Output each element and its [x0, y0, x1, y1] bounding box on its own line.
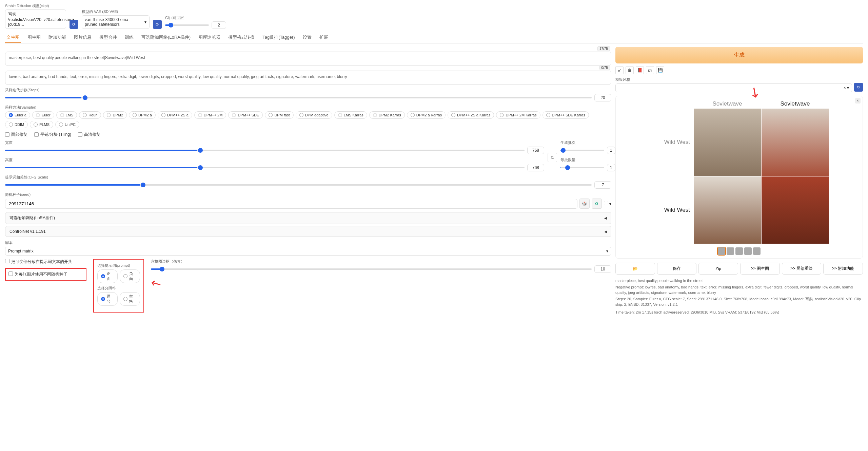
batch-size-label: 每批数量 [560, 157, 611, 163]
output-image-0-0[interactable] [694, 109, 761, 176]
sampler-dpm-2m[interactable]: DPM++ 2M [194, 111, 226, 119]
height-value[interactable]: 768 [527, 164, 544, 171]
sampler-dpm-2s-a[interactable]: DPM++ 2S a [158, 111, 192, 119]
sampler-dpm-sde-karras[interactable]: DPM++ SDE Karras [542, 111, 589, 119]
book-tool-icon[interactable]: 📕 [636, 66, 644, 74]
prompt-positive-radio[interactable]: 正面 [97, 269, 118, 283]
grid-row-0: Wild West [649, 139, 693, 146]
sampler-ddim[interactable]: DDIM [5, 121, 28, 128]
tab-browser[interactable]: 图库浏览器 [197, 32, 222, 43]
height-slider[interactable] [5, 167, 525, 168]
batch-count-value[interactable]: 1 [607, 147, 615, 154]
matrix-opt1-check[interactable]: 把可变部分放在提示词文本的开头 [5, 259, 86, 265]
steps-value[interactable]: 20 [594, 94, 611, 101]
trash-tool-icon[interactable]: 🗑 [626, 66, 634, 74]
refresh-vae-icon[interactable]: ⟳ [153, 20, 162, 29]
sampler-euler[interactable]: Euler [32, 111, 54, 119]
sampler-dpm-2s-a-karras[interactable]: DPM++ 2S a Karras [448, 111, 494, 119]
sampler-dpm2-karras[interactable]: DPM2 Karras [369, 111, 405, 119]
output-image-0-1[interactable] [762, 109, 829, 176]
sampler-dpm-fast[interactable]: DPM fast [265, 111, 293, 119]
margin-slider[interactable] [151, 268, 592, 270]
tab-pnginfo[interactable]: 图片信息 [73, 32, 93, 43]
output-image-1-0[interactable] [694, 176, 761, 244]
save-button[interactable]: 保存 [657, 263, 697, 275]
width-value[interactable]: 768 [527, 147, 544, 154]
lora-accordion[interactable]: 可选附加网络(LoRA插件)◀ [5, 212, 611, 224]
inpaint-button[interactable]: >> 局部重绘 [782, 263, 822, 275]
sampler-dpm-adaptive[interactable]: DPM adaptive [296, 111, 332, 119]
tab-img2img[interactable]: 图生图 [26, 32, 42, 43]
prompt-positive[interactable]: masterpiece, best quality,people walking… [5, 52, 611, 66]
sampler-heun[interactable]: Heun [79, 111, 101, 119]
thumb-0[interactable] [718, 247, 725, 255]
seed-input[interactable] [5, 199, 577, 209]
save-tool-icon[interactable]: 💾 [656, 66, 664, 74]
seed-recycle-icon[interactable]: ♻ [592, 199, 602, 209]
thumb-3[interactable] [744, 247, 752, 255]
prompt-negative[interactable]: lowres, bad anatomy, bad hands, text, er… [5, 71, 611, 85]
tab-settings[interactable]: 设置 [301, 32, 313, 43]
tab-extensions[interactable]: 扩展 [318, 32, 330, 43]
seed-random-icon[interactable]: 🎲 [579, 199, 590, 209]
batch-size-value[interactable]: 1 [607, 164, 615, 171]
swap-size-icon[interactable]: ⇅ [548, 153, 557, 162]
steps-slider[interactable] [5, 97, 592, 98]
clip-value[interactable]: 2 [212, 21, 226, 29]
tab-extras[interactable]: 附加功能 [47, 32, 67, 43]
tab-tagger[interactable]: Tag反推(Tagger) [261, 32, 296, 43]
sampler-euler-a[interactable]: Euler a [5, 111, 30, 119]
sampler-dpm2[interactable]: DPM2 [103, 111, 127, 119]
generate-button[interactable]: 生成 [615, 47, 863, 63]
output-image-1-1[interactable] [762, 176, 829, 244]
tab-train[interactable]: 训练 [123, 32, 135, 43]
matrix-opt2-check[interactable]: 为每张图片使用不同随机种子 [8, 271, 83, 277]
sampler-dpm2-a-karras[interactable]: DPM2 a Karras [407, 111, 446, 119]
sampler-unipc[interactable]: UniPC [55, 121, 79, 128]
thumb-1[interactable] [727, 247, 734, 255]
tab-merge[interactable]: 模型合并 [98, 32, 118, 43]
thumb-2[interactable] [735, 247, 743, 255]
tab-convert[interactable]: 模型格式转换 [227, 32, 256, 43]
sampler-dpm2-a[interactable]: DPM2 a [129, 111, 156, 119]
tiling-check[interactable]: 平铺/分块 (Tiling) [34, 132, 71, 137]
main-tabs: 文生图 图生图 附加功能 图片信息 模型合并 训练 可选附加网络(LoRA插件)… [5, 32, 863, 43]
width-slider[interactable] [5, 150, 525, 151]
batch-size-slider[interactable] [560, 167, 604, 168]
arrow-tool-icon[interactable]: ↙ [615, 66, 624, 74]
ckpt-dropdown[interactable]: 写实\realisticVisionV20_v20.safetensors [c… [5, 10, 66, 29]
refresh-ckpt-icon[interactable]: ⟳ [70, 20, 78, 29]
extras-button[interactable]: >> 附加功能 [823, 263, 863, 275]
tab-lora[interactable]: 可选附加网络(LoRA插件) [140, 32, 192, 43]
sampler-dpm-sde[interactable]: DPM++ SDE [228, 111, 263, 119]
vae-dropdown[interactable]: vae-ft-mse-840000-ema-pruned.safetensors… [82, 15, 150, 29]
sampler-dpm-2m-karras[interactable]: DPM++ 2M Karras [496, 111, 540, 119]
sampler-plms[interactable]: PLMS [30, 121, 53, 128]
thumb-4[interactable] [753, 247, 761, 255]
clip-slider[interactable] [165, 24, 209, 26]
sampler-lms[interactable]: LMS [56, 111, 77, 119]
refresh-style-icon[interactable]: ⟳ [854, 83, 863, 92]
close-icon[interactable]: × [855, 98, 861, 104]
sampler-lms-karras[interactable]: LMS Karras [334, 111, 367, 119]
seed-extra-check[interactable]: ▾ [604, 201, 611, 206]
script-dropdown[interactable]: Prompt matrix▾ [5, 247, 611, 256]
controlnet-accordion[interactable]: ControlNet v1.1.191◀ [5, 226, 611, 237]
folder-button[interactable]: 📂 [615, 263, 655, 275]
cfg-slider[interactable] [5, 184, 592, 186]
sep-comma-radio[interactable]: 逗号 [97, 292, 118, 306]
img2img-button[interactable]: >> 图生图 [740, 263, 780, 275]
margin-value[interactable]: 10 [594, 265, 611, 273]
card-tool-icon[interactable]: 🗂 [646, 66, 654, 74]
zip-button[interactable]: Zip [698, 263, 738, 275]
batch-count-slider[interactable] [560, 150, 604, 151]
prompt-negative-radio[interactable]: 负面 [120, 269, 140, 283]
face-restore-check[interactable]: 面部修复 [5, 132, 27, 137]
tab-txt2img[interactable]: 文生图 [5, 32, 21, 43]
style-dropdown[interactable]: × ▾ [615, 83, 852, 92]
hires-check[interactable]: 高清修复 [78, 132, 100, 137]
width-label: 宽度 [5, 140, 544, 145]
seed-label: 随机种子(seed) [5, 192, 611, 197]
cfg-value[interactable]: 7 [594, 181, 611, 189]
sep-space-radio[interactable]: 空格 [120, 292, 140, 306]
